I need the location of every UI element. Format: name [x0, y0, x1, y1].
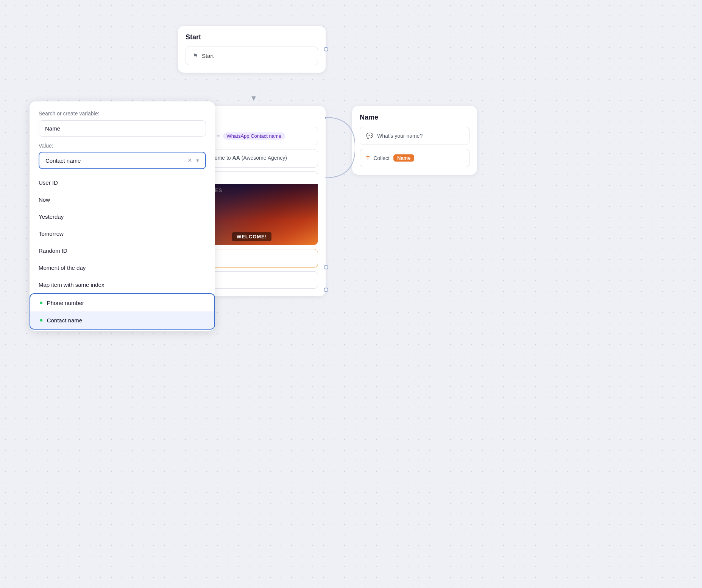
start-connector-dot	[324, 47, 328, 51]
dropdown-list: User ID Now Yesterday Tomorrow Random ID…	[30, 174, 215, 330]
text-icon: T	[366, 155, 370, 161]
userid-label: User ID	[39, 179, 58, 186]
mapitem-label: Map item with same index	[39, 282, 104, 288]
name-question-block: 💬 What's your name?	[360, 127, 470, 145]
collect-label: Collect	[373, 155, 390, 161]
phone-number-label: Phone number	[47, 300, 84, 306]
dropdown-item-mapitem[interactable]: Map item with same index	[30, 276, 215, 293]
name-card: Name 💬 What's your name? T Collect Name	[352, 106, 477, 175]
name-question-text: What's your name?	[377, 133, 423, 139]
value-section: Value: Contact name ✕ ▾	[30, 143, 215, 174]
whatsapp-var-pill: WhatsApp.Contact name	[223, 132, 285, 140]
value-label: Value:	[39, 143, 206, 149]
randomid-label: Random ID	[39, 247, 67, 254]
search-label: Search or create variable:	[39, 110, 206, 117]
start-inner-block: ⚑ Start	[186, 47, 318, 65]
hi-connector-dot	[324, 265, 328, 269]
default-connector-dot	[324, 288, 328, 292]
yesterday-label: Yesterday	[39, 213, 64, 220]
dropdown-item-now[interactable]: Now	[30, 191, 215, 208]
select-actions: ✕ ▾	[187, 157, 199, 164]
welcome-label: WELCOME!	[232, 232, 271, 241]
dropdown-item-momentofday[interactable]: Moment of the day	[30, 259, 215, 276]
start-card-title: Start	[186, 33, 318, 41]
chevron-down-icon[interactable]: ▾	[196, 157, 199, 164]
value-select-box[interactable]: Contact name ✕ ▾	[39, 152, 206, 169]
contact-name-label: Contact name	[47, 317, 82, 324]
svg-point-0	[325, 117, 326, 119]
highlighted-section: ● Phone number ● Contact name	[30, 293, 215, 330]
search-input[interactable]	[39, 120, 206, 137]
whatsapp-contact-icon: ●	[39, 317, 43, 324]
collect-block: T Collect Name	[360, 149, 470, 167]
assign-eq: =	[217, 133, 220, 139]
dropdown-item-randomid[interactable]: Random ID	[30, 242, 215, 259]
dropdown-item-userid[interactable]: User ID	[30, 174, 215, 191]
dropdown-item-tomorrow[interactable]: Tomorrow	[30, 225, 215, 242]
whatsapp-phone-icon: ●	[39, 299, 43, 306]
connector-svg	[325, 117, 355, 178]
dropdown-panel: Search or create variable: Value: Contac…	[30, 101, 215, 331]
flag-icon: ⚑	[193, 52, 198, 59]
clear-icon[interactable]: ✕	[187, 157, 192, 164]
tomorrow-label: Tomorrow	[39, 230, 64, 237]
arrow-down: ▼	[250, 94, 257, 103]
start-inner-label: Start	[202, 53, 214, 59]
dropdown-header: Search or create variable:	[30, 110, 215, 143]
welcome-message-text: Welcome to AA (Awesome Agency)	[203, 155, 287, 161]
selected-value-text: Contact name	[45, 157, 81, 164]
now-label: Now	[39, 196, 50, 203]
dropdown-item-phone[interactable]: ● Phone number	[30, 294, 214, 311]
collect-variable-badge: Name	[393, 154, 414, 162]
dropdown-item-yesterday[interactable]: Yesterday	[30, 208, 215, 225]
name-card-title: Name	[360, 114, 470, 121]
chat-icon: 💬	[366, 132, 373, 139]
start-card: Start ⚑ Start	[178, 26, 326, 73]
dropdown-item-contactname[interactable]: ● Contact name	[30, 311, 214, 329]
momentofday-label: Moment of the day	[39, 264, 86, 271]
